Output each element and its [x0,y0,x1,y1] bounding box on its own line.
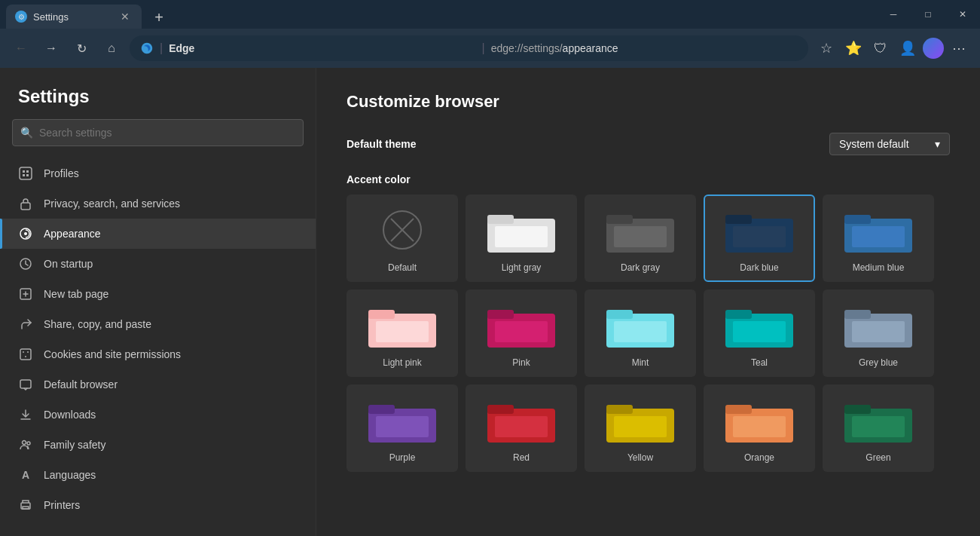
tab-area: ⚙ Settings ✕ + [0,0,170,29]
sidebar-item-downloads-label: Downloads [44,409,96,421]
close-button[interactable]: ✕ [945,0,980,29]
tab-close-button[interactable]: ✕ [118,9,133,24]
svg-rect-44 [852,321,905,342]
theme-tile-green[interactable]: Green [823,384,934,472]
theme-label-light-gray: Light gray [502,262,542,273]
search-icon: 🔍 [20,127,33,139]
svg-rect-38 [614,321,667,342]
restore-button[interactable]: □ [911,0,945,29]
sidebar-item-languages[interactable]: A Languages [0,460,316,490]
default-theme-label: Default theme [347,138,829,150]
svg-rect-46 [368,405,395,414]
svg-point-11 [23,441,26,445]
sidebar-item-defaultbrowser[interactable]: Default browser [0,369,316,400]
theme-tile-purple[interactable]: Purple [347,384,458,472]
languages-icon: A [18,467,33,482]
startup-icon [18,256,33,271]
theme-tile-teal[interactable]: Teal [704,289,815,377]
svg-point-8 [27,351,29,353]
sidebar-item-profiles-label: Profiles [44,167,79,179]
svg-rect-35 [495,321,548,342]
theme-tile-dark-gray[interactable]: Dark gray [585,194,696,282]
theme-tile-red[interactable]: Red [466,384,577,472]
profiles-icon [18,166,33,181]
share-icon[interactable]: 👤 [896,36,920,60]
window-controls: ─ □ ✕ [876,0,980,29]
search-box[interactable]: 🔍 [12,119,304,146]
theme-preview-light-pink [365,299,440,351]
browser-essentials-icon[interactable]: 🛡 [869,36,893,60]
sidebar-item-newtab[interactable]: New tab page [0,279,316,309]
tab-label: Settings [33,11,69,23]
theme-dropdown[interactable]: System default ▾ [829,133,950,155]
minimize-button[interactable]: ─ [876,0,911,29]
svg-rect-22 [606,215,633,224]
sidebar-item-cookies-label: Cookies and site permissions [44,348,181,360]
edge-logo-icon [140,41,154,55]
svg-rect-20 [495,226,548,247]
theme-preview-light-gray [484,204,559,256]
sidebar-item-cookies[interactable]: Cookies and site permissions [0,339,316,369]
theme-tile-default[interactable]: Default [347,194,458,282]
sidebar: Settings 🔍 Profiles Privacy, search, and… [0,68,316,536]
favorites-icon[interactable]: ☆ [814,36,838,60]
theme-label-red: Red [513,452,530,463]
svg-rect-25 [725,215,752,224]
title-bar: ⚙ Settings ✕ + ─ □ ✕ [0,0,980,29]
sidebar-item-appearance[interactable]: Appearance [0,219,316,249]
sidebar-item-downloads[interactable]: Downloads [0,400,316,430]
back-button[interactable]: ← [9,36,33,60]
tab-icon: ⚙ [15,11,27,23]
privacy-icon [18,196,33,211]
theme-label-default: Default [388,262,417,273]
search-input[interactable] [39,127,295,139]
sidebar-item-startup[interactable]: On startup [0,249,316,279]
svg-rect-41 [733,321,786,342]
theme-preview-mint [603,299,678,351]
forward-button[interactable]: → [39,36,63,60]
theme-tile-orange[interactable]: Orange [704,384,815,472]
svg-rect-32 [376,321,429,342]
sidebar-item-privacy[interactable]: Privacy, search, and services [0,188,316,219]
home-button[interactable]: ⌂ [99,36,124,60]
sidebar-item-printers[interactable]: Printers [0,490,316,520]
svg-rect-55 [725,405,752,414]
theme-label-grey-blue: Grey blue [859,357,898,368]
svg-rect-49 [487,405,514,414]
theme-label-purple: Purple [389,452,416,463]
sidebar-item-privacy-label: Privacy, search, and services [44,198,180,210]
theme-tile-yellow[interactable]: Yellow [585,384,696,472]
profile-avatar[interactable] [923,38,944,59]
theme-tile-mint[interactable]: Mint [585,289,696,377]
collections-icon[interactable]: ⭐ [841,36,866,60]
sidebar-item-newtab-label: New tab page [44,288,108,300]
theme-preview-default [365,204,440,256]
svg-rect-40 [725,310,752,319]
sidebar-item-family[interactable]: Family safety [0,430,316,460]
new-tab-button[interactable]: + [148,6,170,29]
browser-name: Edge [169,42,475,54]
svg-rect-26 [733,226,786,247]
theme-tile-dark-blue[interactable]: Dark blue [704,194,815,282]
settings-tab[interactable]: ⚙ Settings ✕ [6,5,142,29]
svg-rect-47 [376,416,429,437]
settings-more-icon[interactable]: ⋯ [947,36,971,60]
svg-rect-14 [23,507,29,509]
svg-rect-37 [606,310,633,319]
theme-preview-green [841,394,916,446]
url-display[interactable]: edge://settings/appearance [491,42,798,54]
theme-tile-light-pink[interactable]: Light pink [347,289,458,377]
svg-rect-19 [487,215,514,224]
theme-tile-light-gray[interactable]: Light gray [466,194,577,282]
color-grid: Default Light gray [347,194,934,472]
address-input-wrap[interactable]: | Edge | edge://settings/appearance [130,35,808,61]
svg-rect-31 [368,310,395,319]
refresh-button[interactable]: ↻ [69,36,93,60]
theme-tile-grey-blue[interactable]: Grey blue [823,289,934,377]
address-divider: | [160,41,163,55]
sidebar-item-profiles[interactable]: Profiles [0,158,316,188]
theme-tile-medium-blue[interactable]: Medium blue [823,194,934,282]
sidebar-item-share[interactable]: Share, copy, and paste [0,309,316,339]
theme-tile-pink[interactable]: Pink [466,289,577,377]
svg-rect-34 [487,310,514,319]
